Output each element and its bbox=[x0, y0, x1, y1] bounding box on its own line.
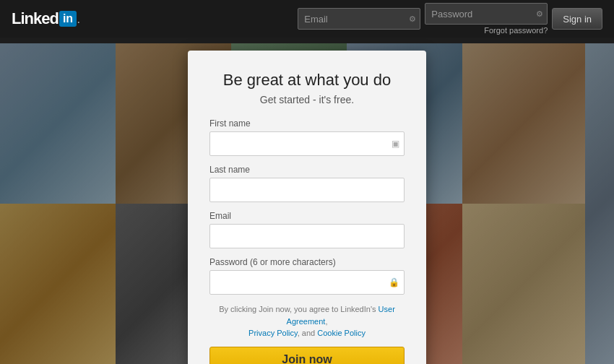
first-name-input[interactable] bbox=[209, 131, 405, 156]
password-field[interactable] bbox=[209, 270, 405, 295]
tos-prefix: By clicking Join now, you agree to Linke… bbox=[219, 305, 378, 313]
email-label: Email bbox=[209, 211, 405, 221]
password-forgot-group: ⚙ Forgot password? bbox=[425, 3, 548, 35]
forgot-password-link[interactable]: Forgot password? bbox=[484, 26, 548, 35]
signin-button[interactable]: Sign in bbox=[552, 8, 602, 30]
email-icon: ⚙ bbox=[409, 14, 416, 24]
modal-subtitle: Get started - it's free. bbox=[209, 94, 405, 105]
last-name-input[interactable] bbox=[209, 178, 405, 202]
email-group: Email bbox=[209, 211, 405, 248]
password-icon: ⚙ bbox=[536, 9, 543, 19]
logo-in-badge: in bbox=[59, 11, 77, 27]
header-right: ⚙ ⚙ Forgot password? Sign in bbox=[298, 3, 602, 35]
first-name-label: First name bbox=[209, 118, 405, 129]
email-wrapper bbox=[209, 224, 405, 248]
header: Linked in . ⚙ ⚙ Forgot password? Sign in bbox=[0, 0, 614, 38]
password-input-wrapper: ⚙ bbox=[425, 3, 548, 25]
email-input-wrapper: ⚙ bbox=[298, 8, 420, 30]
tos-and: , and bbox=[298, 329, 318, 337]
last-name-label: Last name bbox=[209, 165, 405, 175]
first-name-group: First name ▣ bbox=[209, 118, 405, 156]
logo-dot: . bbox=[77, 12, 80, 27]
signup-modal: Be great at what you do Get started - it… bbox=[188, 51, 426, 364]
tos-comma: , bbox=[325, 317, 327, 326]
tos-privacy-link[interactable]: Privacy Policy bbox=[248, 329, 298, 337]
password-input[interactable] bbox=[425, 3, 548, 25]
first-name-icon: ▣ bbox=[392, 139, 399, 149]
logo: Linked in . bbox=[12, 9, 80, 28]
email-field[interactable] bbox=[209, 224, 405, 248]
password-group: Password (6 or more characters) 🔒 bbox=[209, 257, 405, 295]
password-field-icon: 🔒 bbox=[389, 277, 399, 287]
join-now-button[interactable]: Join now bbox=[209, 347, 405, 365]
tos-cookie-link[interactable]: Cookie Policy bbox=[317, 329, 366, 337]
email-input[interactable] bbox=[298, 8, 420, 30]
password-wrapper: 🔒 bbox=[209, 270, 405, 295]
first-name-wrapper: ▣ bbox=[209, 131, 405, 156]
last-name-wrapper bbox=[209, 178, 405, 202]
login-fields: ⚙ ⚙ Forgot password? Sign in bbox=[298, 3, 602, 35]
last-name-group: Last name bbox=[209, 165, 405, 202]
tos-text: By clicking Join now, you agree to Linke… bbox=[209, 303, 405, 339]
logo-text: Linked bbox=[12, 9, 59, 28]
modal-title: Be great at what you do bbox=[209, 71, 405, 90]
password-label: Password (6 or more characters) bbox=[209, 257, 405, 267]
